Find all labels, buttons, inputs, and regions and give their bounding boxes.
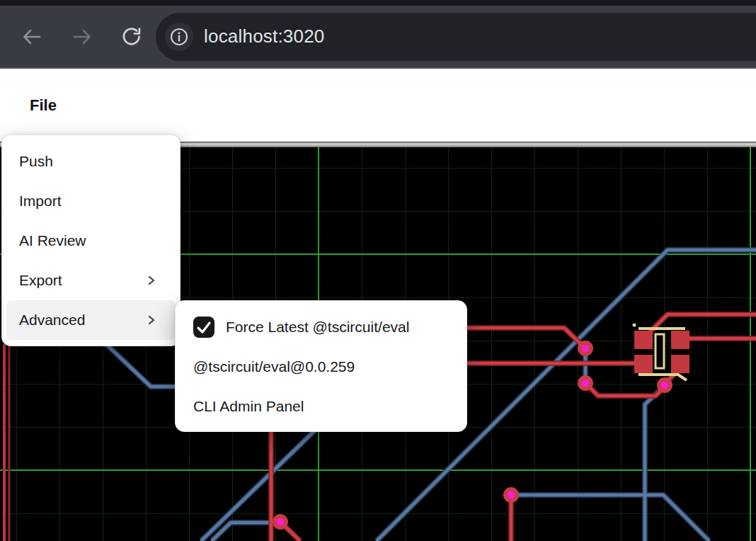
toolbar-row: localhost:3020 xyxy=(0,6,756,67)
submenu-item-cli-admin-panel[interactable]: CLI Admin Panel xyxy=(176,387,466,426)
forward-arrow-icon xyxy=(71,25,93,48)
site-info-button[interactable] xyxy=(165,23,193,51)
window-top-strip xyxy=(0,0,756,6)
browser-toolbar: localhost:3020 xyxy=(0,0,756,69)
via xyxy=(578,375,593,391)
submenu-item-label: Force Latest @tscircuit/eval xyxy=(226,319,409,336)
via xyxy=(273,514,288,530)
file-menu-trigger[interactable]: File xyxy=(30,96,57,115)
via xyxy=(578,341,593,356)
menu-item-push[interactable]: Push xyxy=(6,142,176,181)
menu-item-import[interactable]: Import xyxy=(6,181,176,221)
back-button[interactable] xyxy=(20,25,44,49)
submenu-item-label: CLI Admin Panel xyxy=(193,398,304,415)
submenu-item-eval-version[interactable]: @tscircuit/eval@0.0.259 xyxy=(176,347,466,387)
via xyxy=(657,377,672,393)
menu-item-label: Push xyxy=(19,153,53,170)
reload-icon xyxy=(120,25,144,49)
info-circle-icon xyxy=(166,24,192,50)
address-bar[interactable]: localhost:3020 xyxy=(156,13,756,61)
submenu-item-force-latest-eval[interactable]: Force Latest @tscircuit/eval xyxy=(176,307,466,347)
menu-item-advanced[interactable]: Advanced xyxy=(6,300,176,340)
menu-item-export[interactable]: Export xyxy=(6,261,176,300)
forward-button[interactable] xyxy=(70,25,94,49)
back-arrow-icon xyxy=(21,25,43,48)
reload-button[interactable] xyxy=(120,25,144,49)
menu-item-label: Advanced xyxy=(19,312,85,329)
checkbox-checked-icon[interactable] xyxy=(193,317,214,338)
menu-item-label: Import xyxy=(19,193,62,210)
chevron-right-icon xyxy=(146,314,157,326)
url-text: localhost:3020 xyxy=(204,25,324,47)
submenu-item-label: @tscircuit/eval@0.0.259 xyxy=(193,358,355,375)
chevron-right-icon xyxy=(146,275,157,286)
file-menu: Push Import AI Review Export Advanced xyxy=(1,135,181,346)
advanced-submenu: Force Latest @tscircuit/eval @tscircuit/… xyxy=(175,300,467,432)
app-menubar: File xyxy=(0,69,756,142)
via xyxy=(503,487,519,503)
menu-item-label: AI Review xyxy=(19,232,86,249)
menu-item-label: Export xyxy=(19,272,62,289)
menu-item-ai-review[interactable]: AI Review xyxy=(6,221,176,261)
